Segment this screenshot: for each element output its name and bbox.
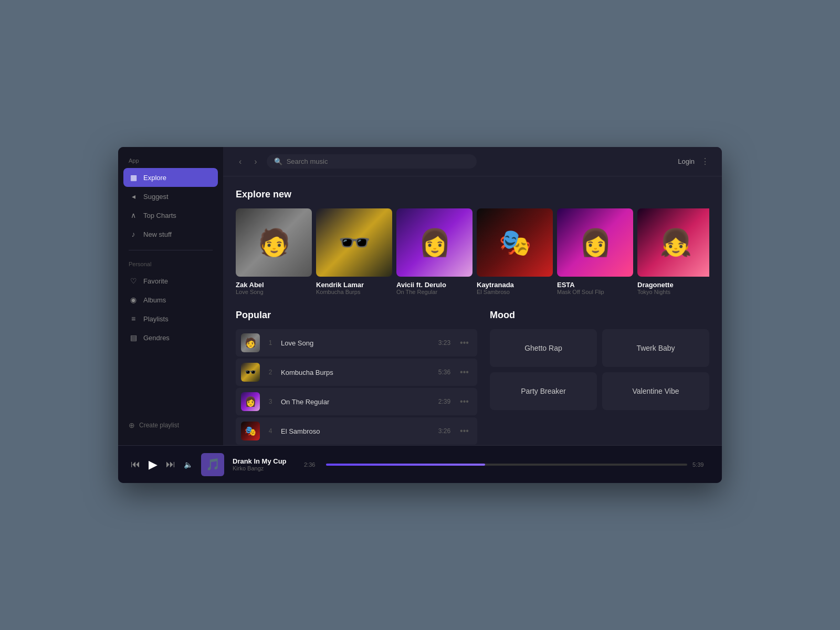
progress-fill [326,464,485,466]
topbar-right: Login ⋮ [678,156,709,166]
track-thumb: 👩 [241,392,260,411]
artist-image: 🕶️ [316,208,392,277]
track-num: 1 [266,339,275,346]
sidebar-bottom: ⊕ Create playlist [118,416,223,435]
artist-emoji: 👧 [637,208,709,277]
artist-emoji: 🧑 [236,208,312,277]
track-thumb: 🕶️ [241,363,260,382]
content-area: ‹ › 🔍 Login ⋮ Explore new 🧑 Zak Abel Lov… [223,147,722,445]
artist-emoji: 🕶️ [316,208,392,277]
artist-card[interactable]: 👩 ESTA Mask Off Soul Flip [557,208,629,295]
sidebar-item-suggest[interactable]: ◂ Suggest [118,187,223,206]
artist-name: Kaytranada [477,281,549,289]
next-button[interactable]: ⏭ [166,459,175,470]
sidebar-item-gendres-label: Gendres [143,334,170,342]
progress-bar[interactable] [326,464,687,466]
mood-col: Mood Ghetto RapTwerk BabyParty BreakerVa… [490,310,709,445]
divider [129,250,213,250]
two-col: Popular 🧑 1 Love Song 3:23 ••• 🕶️ 2 Komb… [236,310,709,445]
artist-name: Kendrik Lamar [316,281,388,289]
track-thumb: 🧑 [241,333,260,352]
back-button[interactable]: ‹ [236,155,245,169]
artist-card[interactable]: 🎭 Kaytranada El Sambroso [477,208,549,295]
favorite-icon: ♡ [129,277,138,285]
explore-title: Explore new [236,189,709,200]
track-num: 4 [266,427,275,435]
track-more-button[interactable]: ••• [457,425,472,437]
total-time: 5:39 [692,461,709,468]
artist-name: ESTA [557,281,629,289]
sidebar-item-favorite[interactable]: ♡ Favorite [118,271,223,290]
popular-list: 🧑 1 Love Song 3:23 ••• 🕶️ 2 Kombucha Bur… [236,329,477,445]
sidebar-item-albums[interactable]: ◉ Albums [118,290,223,309]
app-label: App [118,158,223,168]
artist-emoji: 👩 [396,208,472,277]
search-bar: 🔍 [267,154,477,169]
scroll-content: Explore new 🧑 Zak Abel Love Song 🕶️ Kend… [223,176,722,445]
track-info: Drank In My Cup Kirko Bangz [233,457,296,471]
track-more-button[interactable]: ••• [457,337,472,349]
play-button[interactable]: ▶ [149,458,158,471]
sidebar-item-gendres[interactable]: ▤ Gendres [118,328,223,347]
main-area: App ▦ Explore ◂ Suggest ∧ Top Charts ♪ N… [118,147,722,445]
personal-label: Personal [118,257,223,271]
artist-image: 🎭 [477,208,553,277]
artist-emoji: 👩 [557,208,633,277]
sidebar-item-topcharts-label: Top Charts [143,212,176,219]
sidebar-item-albums-label: Albums [143,296,166,304]
mood-card[interactable]: Twerk Baby [602,329,709,367]
sidebar-item-suggest-label: Suggest [143,193,169,201]
artist-subtitle: Kombucha Burps [316,289,388,295]
sidebar-item-explore[interactable]: ▦ Explore [123,168,218,187]
mood-card[interactable]: Valentine Vibe [602,372,709,410]
track-duration: 3:23 [438,339,450,346]
track-more-button[interactable]: ••• [457,366,472,378]
playlists-icon: ≡ [129,314,138,323]
track-more-button[interactable]: ••• [457,396,472,407]
artist-card[interactable]: 👧 Dragonette Tokyo Nights [637,208,709,295]
mood-card[interactable]: Ghetto Rap [490,329,597,367]
create-playlist-button[interactable]: ⊕ Create playlist [129,421,213,429]
suggest-icon: ◂ [129,192,138,201]
more-button[interactable]: ⋮ [701,156,709,166]
track-duration: 3:26 [438,427,450,435]
player-controls: ⏮ ▶ ⏭ [131,458,175,471]
sidebar-item-topcharts[interactable]: ∧ Top Charts [118,206,223,225]
track-title: El Sambroso [281,427,432,435]
albums-icon: ◉ [129,296,138,304]
popular-item[interactable]: 🧑 1 Love Song 3:23 ••• [236,329,477,356]
artist-card[interactable]: 🕶️ Kendrik Lamar Kombucha Burps [316,208,388,295]
sidebar: App ▦ Explore ◂ Suggest ∧ Top Charts ♪ N… [118,147,223,445]
explore-icon: ▦ [129,173,138,182]
track-duration: 2:39 [438,398,450,405]
artist-name: Zak Abel [236,281,308,289]
forward-button[interactable]: › [251,155,260,169]
artist-image: 🧑 [236,208,312,277]
track-thumb: 🎭 [241,422,260,440]
sidebar-item-playlists[interactable]: ≡ Playlists [118,309,223,328]
mood-card[interactable]: Party Breaker [490,372,597,410]
artist-image: 👧 [637,208,709,277]
volume-button[interactable]: 🔈 [184,460,193,469]
sidebar-item-newstuff[interactable]: ♪ New stuff [118,225,223,244]
artist-image: 👩 [396,208,472,277]
popular-col: Popular 🧑 1 Love Song 3:23 ••• 🕶️ 2 Komb… [236,310,477,445]
create-playlist-label: Create playlist [139,422,179,429]
artist-image: 👩 [557,208,633,277]
search-icon: 🔍 [274,158,282,165]
create-playlist-icon: ⊕ [129,421,135,429]
artist-card[interactable]: 👩 Avicii ft. Derulo On The Regular [396,208,468,295]
artist-subtitle: Mask Off Soul Flip [557,289,629,295]
popular-item[interactable]: 🎭 4 El Sambroso 3:26 ••• [236,417,477,445]
popular-item[interactable]: 👩 3 On The Regular 2:39 ••• [236,388,477,415]
artist-emoji: 🎭 [477,208,553,277]
artist-row: 🧑 Zak Abel Love Song 🕶️ Kendrik Lamar Ko… [236,208,709,295]
sidebar-item-playlists-label: Playlists [143,315,169,323]
popular-item[interactable]: 🕶️ 2 Kombucha Burps 5:36 ••• [236,359,477,386]
artist-card[interactable]: 🧑 Zak Abel Love Song [236,208,308,295]
current-time: 2:36 [304,461,321,468]
app-window: App ▦ Explore ◂ Suggest ∧ Top Charts ♪ N… [118,147,722,483]
prev-button[interactable]: ⏮ [131,459,140,470]
search-input[interactable] [287,158,469,165]
login-button[interactable]: Login [678,158,695,165]
